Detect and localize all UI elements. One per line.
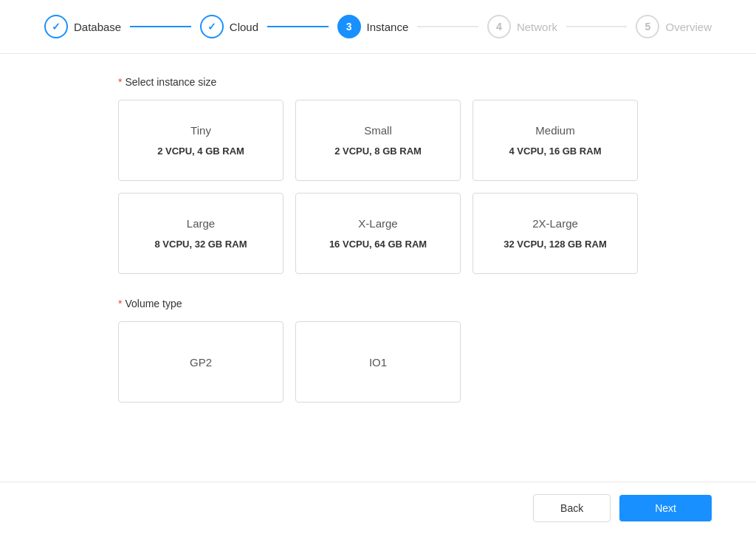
connector-3 [417, 26, 478, 27]
footer: Back Next [0, 482, 756, 534]
back-button[interactable]: Back [533, 494, 611, 522]
instance-spec-large: 8 VCPU, 32 GB RAM [155, 239, 247, 250]
main-content: * Select instance size Tiny 2 VCPU, 4 GB… [0, 54, 756, 482]
instance-title-medium: Medium [535, 124, 574, 137]
instance-card-2xlarge[interactable]: 2X-Large 32 VCPU, 128 GB RAM [472, 193, 638, 274]
volume-grid: GP2 IO1 [118, 321, 638, 403]
step-label-overview: Overview [665, 21, 712, 33]
connector-1 [130, 26, 191, 27]
step-instance[interactable]: 3 Instance [337, 15, 409, 38]
instance-grid: Tiny 2 VCPU, 4 GB RAM Small 2 VCPU, 8 GB… [118, 100, 638, 274]
step-circle-network: 4 [487, 15, 511, 38]
instance-card-small[interactable]: Small 2 VCPU, 8 GB RAM [295, 100, 461, 181]
volume-title-io1: IO1 [369, 356, 387, 369]
next-button[interactable]: Next [619, 495, 712, 521]
step-label-database: Database [74, 21, 121, 33]
step-database[interactable]: ✓ Database [44, 15, 121, 38]
instance-label-text: Select instance size [125, 76, 216, 88]
instance-spec-medium: 4 VCPU, 16 GB RAM [509, 146, 602, 157]
step-circle-instance: 3 [337, 15, 361, 38]
instance-title-2xlarge: 2X-Large [532, 217, 578, 230]
instance-card-xlarge[interactable]: X-Large 16 VCPU, 64 GB RAM [295, 193, 461, 274]
step-circle-overview: 5 [636, 15, 659, 38]
step-label-cloud: Cloud [230, 21, 258, 33]
volume-card-io1[interactable]: IO1 [295, 321, 461, 403]
volume-label-text: Volume type [125, 298, 182, 309]
instance-spec-small: 2 VCPU, 8 GB RAM [334, 146, 422, 157]
instance-title-large: Large [187, 217, 215, 230]
step-circle-cloud: ✓ [200, 15, 224, 38]
instance-card-medium[interactable]: Medium 4 VCPU, 16 GB RAM [472, 100, 638, 181]
step-circle-database: ✓ [44, 15, 68, 38]
instance-title-tiny: Tiny [190, 124, 211, 137]
connector-2 [267, 26, 329, 27]
instance-section-label: * Select instance size [118, 76, 638, 88]
required-star-instance: * [118, 76, 122, 88]
volume-title-gp2: GP2 [190, 356, 212, 369]
stepper: ✓ Database ✓ Cloud 3 Instance 4 Network … [0, 0, 756, 54]
step-cloud[interactable]: ✓ Cloud [200, 15, 258, 38]
instance-spec-2xlarge: 32 VCPU, 128 GB RAM [504, 239, 606, 250]
volume-section-label: * Volume type [118, 298, 638, 309]
step-label-instance: Instance [367, 21, 409, 33]
required-star-volume: * [118, 298, 122, 309]
instance-title-xlarge: X-Large [358, 217, 397, 230]
instance-spec-tiny: 2 VCPU, 4 GB RAM [157, 146, 244, 157]
instance-card-large[interactable]: Large 8 VCPU, 32 GB RAM [118, 193, 284, 274]
step-network[interactable]: 4 Network [487, 15, 557, 38]
instance-spec-xlarge: 16 VCPU, 64 GB RAM [329, 239, 427, 250]
instance-title-small: Small [364, 124, 392, 137]
step-overview[interactable]: 5 Overview [636, 15, 712, 38]
step-label-network: Network [517, 21, 557, 33]
instance-card-tiny[interactable]: Tiny 2 VCPU, 4 GB RAM [118, 100, 284, 181]
connector-4 [566, 26, 628, 27]
volume-card-gp2[interactable]: GP2 [118, 321, 284, 403]
